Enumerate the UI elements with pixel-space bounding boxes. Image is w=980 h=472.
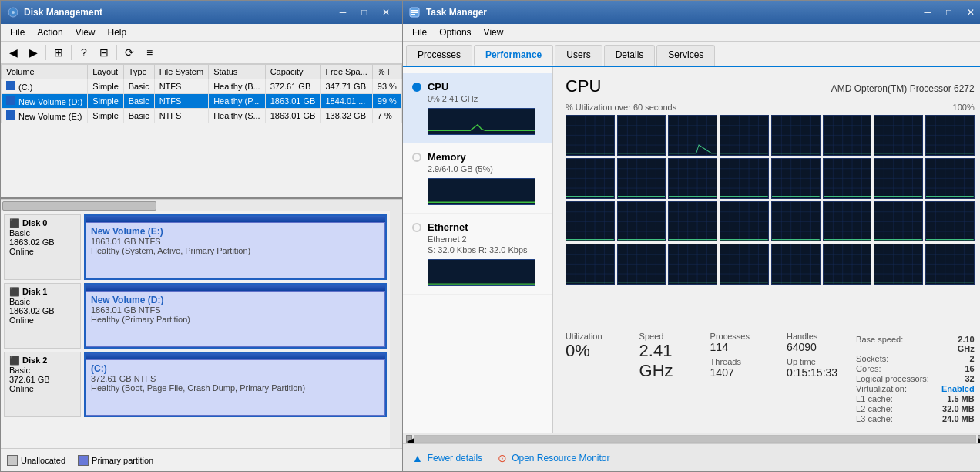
cpu-core-graph: [771, 201, 821, 242]
tm-title-controls: ─ □ ✕: [918, 5, 980, 20]
toolbar-sep-1: [45, 45, 46, 60]
l2-key: L2 cache:: [856, 404, 929, 413]
col-volume[interactable]: Volume: [2, 65, 88, 79]
partition-status: Healthy (System, Active, Primary Partiti…: [91, 246, 380, 255]
vertical-scrollbar[interactable]: [390, 211, 402, 448]
table-row[interactable]: New Volume (D:) Simple Basic NTFS Health…: [2, 94, 402, 109]
resource-memory-header: Memory: [412, 151, 543, 163]
col-status[interactable]: Status: [209, 65, 266, 79]
partition-block[interactable]: New Volume (E:) 1863.01 GB NTFS Healthy …: [86, 222, 385, 278]
disk-size: 1863.02 GB: [9, 238, 76, 247]
tm-maximize-button[interactable]: □: [939, 5, 959, 20]
tm-minimize-button[interactable]: ─: [918, 5, 938, 20]
tab-users[interactable]: Users: [555, 45, 602, 66]
maximize-button[interactable]: □: [354, 5, 374, 20]
tm-menu-file[interactable]: File: [406, 25, 433, 39]
scrollbar-thumb[interactable]: [2, 201, 156, 211]
close-button[interactable]: ✕: [376, 5, 396, 20]
refresh-button[interactable]: ⊟: [95, 43, 113, 62]
cell-free: 347.71 GB: [321, 79, 372, 94]
table-row[interactable]: (C:) Simple Basic NTFS Healthy (B... 372…: [2, 79, 402, 94]
resource-ethernet[interactable]: Ethernet Ethernet 2 S: 32.0 Kbps R: 32.0…: [403, 214, 552, 295]
tm-scrollbar-track[interactable]: [414, 435, 976, 443]
cpu-core-graph: [617, 158, 666, 199]
col-free[interactable]: Free Spa...: [321, 65, 372, 79]
tm-icon: [409, 6, 421, 19]
resource-cpu[interactable]: CPU 0% 2.41 GHz: [403, 73, 552, 143]
settings-button[interactable]: ⟳: [120, 43, 139, 62]
legend-primary: Primary partition: [78, 455, 153, 466]
partition-block[interactable]: (C:) 372.61 GB NTFS Healthy (Boot, Page …: [86, 359, 385, 416]
cpu-graph-area: % Utilization over 60 seconds 100%: [566, 103, 975, 324]
col-layout[interactable]: Layout: [88, 65, 124, 79]
col-type[interactable]: Type: [123, 65, 154, 79]
cpu-core-graph: [617, 115, 666, 156]
svg-point-1: [12, 11, 15, 14]
l3-val: 24.0 MB: [941, 414, 975, 423]
cpu-core-graph: [566, 201, 615, 242]
cell-pct: 93 %: [372, 79, 401, 94]
menu-action[interactable]: Action: [31, 25, 69, 39]
cpu-core-grid: [566, 115, 975, 285]
menu-view[interactable]: View: [69, 25, 102, 39]
help-button[interactable]: ?: [75, 43, 93, 62]
tab-details[interactable]: Details: [604, 45, 656, 66]
menu-file[interactable]: File: [4, 25, 31, 39]
extra-button[interactable]: ≡: [140, 43, 159, 62]
cell-volume: (C:): [2, 79, 88, 94]
scroll-left-btn[interactable]: ◀: [406, 435, 412, 443]
tm-menu-options[interactable]: Options: [433, 25, 477, 39]
cpu-core-graph: [925, 158, 975, 199]
horizontal-scrollbar[interactable]: [1, 199, 402, 211]
disk-table-container: Volume Layout Type File System Status Ca…: [1, 64, 402, 199]
minimize-button[interactable]: ─: [333, 5, 353, 20]
cell-capacity: 1863.01 GB: [265, 94, 321, 109]
forward-button[interactable]: ▶: [24, 43, 42, 62]
menu-help[interactable]: Help: [102, 25, 133, 39]
ethernet-sub: Ethernet 2: [428, 234, 543, 244]
cpu-core-graph: [823, 201, 872, 242]
legend-primary-box: [78, 455, 89, 466]
l3-key: L3 cache:: [856, 414, 929, 423]
cell-volume: New Volume (D:): [2, 94, 88, 109]
tab-performance[interactable]: Performance: [474, 45, 553, 66]
cell-layout: Simple: [88, 79, 124, 94]
fewer-details-btn[interactable]: ▲ Fewer details: [412, 452, 482, 464]
tm-close-button[interactable]: ✕: [961, 5, 980, 20]
partition-status: Healthy (Primary Partition): [91, 315, 380, 324]
resource-ethernet-header: Ethernet: [412, 221, 543, 233]
fewer-details-label: Fewer details: [428, 453, 482, 464]
open-resource-monitor-btn[interactable]: ⊙ Open Resource Monitor: [498, 452, 609, 464]
partition-size: 1863.01 GB NTFS: [91, 237, 380, 246]
stat-group-hup: Handles 64090 Up time 0:15:15:33: [787, 332, 856, 423]
col-fs[interactable]: File System: [154, 65, 208, 79]
view-button[interactable]: ⊞: [49, 43, 68, 62]
cpu-core-graph: [874, 158, 923, 199]
partition-block[interactable]: New Volume (D:) 1863.01 GB NTFS Healthy …: [86, 291, 385, 347]
tm-menu-view[interactable]: View: [478, 25, 510, 39]
back-button[interactable]: ◀: [4, 43, 22, 62]
open-resource-monitor-label: Open Resource Monitor: [512, 453, 609, 464]
disk-mgmt-icon: [7, 6, 19, 19]
col-capacity[interactable]: Capacity: [265, 65, 321, 79]
tab-services[interactable]: Services: [656, 45, 715, 66]
graph-label-text: % Utilization over 60 seconds: [566, 103, 676, 112]
disk-status: Online: [9, 315, 76, 325]
cell-capacity: 372.61 GB: [265, 79, 321, 94]
handles-label: Handles: [787, 332, 837, 341]
util-value: 0%: [566, 341, 602, 361]
tm-scrollbar-thumb[interactable]: [414, 436, 975, 442]
col-pct[interactable]: % F: [372, 65, 401, 79]
resource-memory[interactable]: Memory 2.9/64.0 GB (5%): [403, 143, 552, 214]
l1-key: L1 cache:: [856, 394, 929, 403]
disk-map-outer: ⬛ Disk 0 Basic 1863.02 GB Online New Vol…: [1, 211, 402, 448]
table-row[interactable]: New Volume (E:) Simple Basic NTFS Health…: [2, 109, 402, 123]
tm-hscrollbar[interactable]: ◀ ▶: [403, 433, 980, 443]
cell-fs: NTFS: [154, 94, 208, 109]
stat-utilization: Utilization 0%: [566, 332, 602, 423]
tm-resource-list: CPU 0% 2.41 GHz Memory 2.9/64.0 GB (5%): [403, 67, 553, 433]
tab-processes[interactable]: Processes: [406, 45, 472, 66]
ethernet-sub2: S: 32.0 Kbps R: 32.0 Kbps: [428, 245, 543, 255]
svg-rect-4: [411, 12, 418, 14]
cpu-core-graph: [823, 158, 872, 199]
